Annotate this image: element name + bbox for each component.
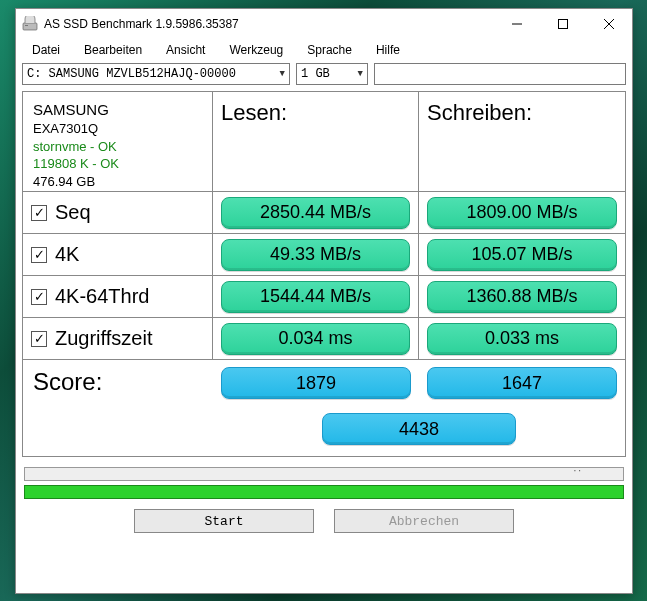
size-select-value: 1 GB: [301, 67, 330, 81]
4k-read-value: 49.33 MB/s: [221, 239, 410, 271]
drive-firmware: EXA7301Q: [33, 120, 98, 138]
score-write-value: 1647: [427, 367, 617, 399]
minimize-button[interactable]: [494, 9, 540, 39]
4k-read-cell: 49.33 MB/s: [213, 234, 419, 276]
menu-edit[interactable]: Bearbeiten: [72, 41, 154, 59]
drive-info: SAMSUNG EXA7301Q stornvme - OK 119808 K …: [23, 92, 213, 192]
seq-read-value: 2850.44 MB/s: [221, 197, 410, 229]
titlebar: AS SSD Benchmark 1.9.5986.35387: [16, 9, 632, 39]
menu-file[interactable]: Datei: [20, 41, 72, 59]
column-header-write: Schreiben:: [419, 92, 625, 192]
svg-rect-1: [25, 25, 28, 26]
4k64-write-cell: 1360.88 MB/s: [419, 276, 625, 318]
score-read-cell: 1879: [213, 360, 419, 406]
start-button[interactable]: Start: [134, 509, 314, 533]
drive-select[interactable]: C: SAMSUNG MZVLB512HAJQ-00000 ▼: [22, 63, 290, 85]
menu-language[interactable]: Sprache: [295, 41, 364, 59]
menubar: Datei Bearbeiten Ansicht Werkzeug Sprach…: [16, 39, 632, 61]
test-4k-row: ✓ 4K: [23, 234, 213, 276]
progress-bar-1: ··: [24, 467, 624, 481]
menu-tools[interactable]: Werkzeug: [217, 41, 295, 59]
progress-bar-2: [24, 485, 624, 499]
size-select[interactable]: 1 GB ▼: [296, 63, 368, 85]
app-icon: [22, 16, 38, 32]
text-input[interactable]: [374, 63, 626, 85]
seq-write-value: 1809.00 MB/s: [427, 197, 617, 229]
checkbox-4k[interactable]: ✓: [31, 247, 47, 263]
chevron-down-icon: ▼: [280, 69, 285, 79]
chevron-down-icon: ▼: [358, 69, 363, 79]
test-access-row: ✓ Zugriffszeit: [23, 318, 213, 360]
access-write-value: 0.033 ms: [427, 323, 617, 355]
cancel-button[interactable]: Abbrechen: [334, 509, 514, 533]
control-row: C: SAMSUNG MZVLB512HAJQ-00000 ▼ 1 GB ▼: [16, 61, 632, 91]
seq-write-cell: 1809.00 MB/s: [419, 192, 625, 234]
4k64-read-value: 1544.44 MB/s: [221, 281, 410, 313]
checkbox-seq[interactable]: ✓: [31, 205, 47, 221]
driver-status: stornvme - OK: [33, 138, 117, 156]
column-header-read: Lesen:: [213, 92, 419, 192]
window-title: AS SSD Benchmark 1.9.5986.35387: [44, 17, 239, 31]
score-read-value: 1879: [221, 367, 411, 399]
test-access-label: Zugriffszeit: [55, 327, 152, 350]
menu-view[interactable]: Ansicht: [154, 41, 217, 59]
checkbox-access[interactable]: ✓: [31, 331, 47, 347]
checkbox-4k64[interactable]: ✓: [31, 289, 47, 305]
4k-write-cell: 105.07 MB/s: [419, 234, 625, 276]
app-window: AS SSD Benchmark 1.9.5986.35387 Datei Be…: [15, 8, 633, 594]
test-4k-label: 4K: [55, 243, 79, 266]
test-seq-row: ✓ Seq: [23, 192, 213, 234]
test-seq-label: Seq: [55, 201, 91, 224]
button-row: Start Abbrechen: [16, 507, 632, 543]
test-4k64-row: ✓ 4K-64Thrd: [23, 276, 213, 318]
4k64-write-value: 1360.88 MB/s: [427, 281, 617, 313]
drive-capacity: 476.94 GB: [33, 173, 95, 191]
results-grid: SAMSUNG EXA7301Q stornvme - OK 119808 K …: [22, 91, 626, 457]
4k64-read-cell: 1544.44 MB/s: [213, 276, 419, 318]
access-read-value: 0.034 ms: [221, 323, 410, 355]
iops-status: 119808 K - OK: [33, 155, 119, 173]
drive-name: SAMSUNG: [33, 100, 109, 120]
maximize-button[interactable]: [540, 9, 586, 39]
svg-rect-0: [23, 23, 37, 30]
score-total-value: 4438: [322, 413, 516, 445]
access-read-cell: 0.034 ms: [213, 318, 419, 360]
menu-help[interactable]: Hilfe: [364, 41, 412, 59]
resize-grip-icon: ··: [573, 465, 583, 476]
seq-read-cell: 2850.44 MB/s: [213, 192, 419, 234]
score-total-cell: 4438: [213, 406, 625, 452]
score-row: Score: 1879 1647 4438: [23, 360, 625, 456]
score-write-cell: 1647: [419, 360, 625, 406]
score-label: Score:: [23, 360, 213, 406]
test-4k64-label: 4K-64Thrd: [55, 285, 150, 308]
access-write-cell: 0.033 ms: [419, 318, 625, 360]
4k-write-value: 105.07 MB/s: [427, 239, 617, 271]
close-button[interactable]: [586, 9, 632, 39]
svg-rect-3: [559, 20, 568, 29]
drive-select-value: C: SAMSUNG MZVLB512HAJQ-00000: [27, 67, 236, 81]
